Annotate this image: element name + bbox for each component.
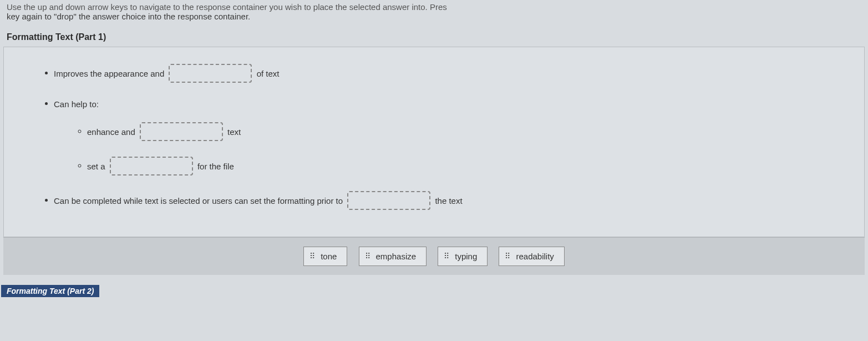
bullet-2a-post: text [227, 127, 241, 136]
answer-choice-typing[interactable]: typing [438, 247, 488, 266]
instructions-text: Use the up and down arrow keys to naviga… [0, 0, 868, 26]
bullet-2a-pre: enhance and [87, 127, 135, 136]
answer-choice-readability[interactable]: readability [499, 247, 564, 266]
bullet-3-post: the text [435, 195, 462, 205]
answer-bank: tone emphasize typing readability [3, 237, 865, 275]
answer-choice-emphasize[interactable]: emphasize [359, 247, 427, 266]
bullet-1: Improves the appearance and of text [54, 64, 842, 83]
drop-target-4[interactable] [347, 191, 430, 210]
instructions-line: key again to "drop" the answer choice in… [7, 12, 250, 21]
footer-tab[interactable]: Formatting Text (Part 2) [1, 285, 99, 297]
instructions-top-partial: Use the up and down arrow keys to naviga… [7, 2, 861, 12]
bullet-2b: set a for the file [87, 157, 842, 175]
bullet-2-text: Can help to: [54, 99, 99, 109]
bullet-2b-post: for the file [197, 161, 234, 170]
bullet-3-pre: Can be completed while text is selected … [54, 195, 343, 205]
bullet-1-pre: Improves the appearance and [54, 69, 164, 78]
bullet-2a: enhance and text [87, 122, 842, 141]
answer-choice-tone[interactable]: tone [303, 247, 347, 266]
bullet-1-post: of text [257, 69, 280, 78]
bullet-2b-pre: set a [87, 161, 105, 170]
question-container: Improves the appearance and of text Can … [3, 47, 865, 237]
drop-target-2[interactable] [140, 122, 223, 141]
bullet-3: Can be completed while text is selected … [54, 191, 842, 210]
section-title: Formatting Text (Part 1) [0, 26, 868, 47]
drop-target-3[interactable] [110, 157, 193, 175]
drop-target-1[interactable] [169, 64, 252, 83]
bullet-2: Can help to: enhance and text set a for … [54, 98, 842, 175]
